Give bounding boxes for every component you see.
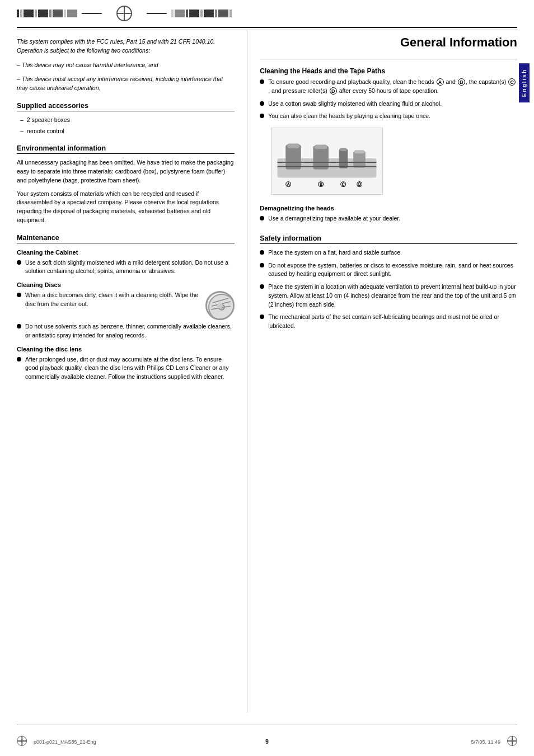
- cleaning-heads-bullet2: Use a cotton swab slightly moistened wit…: [260, 100, 517, 109]
- svg-rect-10: [339, 149, 348, 168]
- bar-block: [53, 10, 63, 17]
- top-bar-line: [82, 13, 102, 14]
- bar-block: [171, 10, 174, 17]
- maintenance-title: Maintenance: [17, 234, 235, 243]
- left-column: This system complies with the FCC rules,…: [17, 30, 247, 712]
- sidebar-english-label: English: [519, 63, 530, 102]
- svg-rect-8: [313, 145, 329, 169]
- environmental-para2: Your system consists of materials which …: [17, 190, 235, 225]
- bar-block: [35, 10, 37, 17]
- bar-block: [20, 10, 22, 17]
- bar-block: [175, 10, 185, 17]
- supplied-accessories-title: Supplied accessories: [17, 102, 235, 111]
- safety-title: Safety information: [260, 234, 517, 244]
- bottom-crosshair-right: [507, 736, 517, 746]
- cleaning-cabinet-title: Cleaning the Cabinet: [17, 249, 235, 256]
- safety-bullet4: The mechanical parts of the set contain …: [260, 313, 517, 331]
- svg-rect-6: [285, 145, 301, 170]
- bar-block: [24, 10, 34, 17]
- page-title: General Information: [260, 35, 517, 50]
- fcc-item2: – This device must accept any interferen…: [17, 75, 235, 93]
- demagnetizing-bullet: Use a demagnetizing tape available at yo…: [260, 214, 517, 223]
- bar-block: [49, 10, 51, 17]
- bullet-dot: [260, 314, 264, 319]
- right-column: General Information Cleaning the Heads a…: [247, 30, 517, 712]
- disc-image: [205, 291, 235, 320]
- footer-page-num: 9: [265, 739, 269, 745]
- bullet-dot: [260, 216, 264, 220]
- cleaning-heads-title: Cleaning the Heads and the Tape Paths: [260, 67, 517, 75]
- bottom-crosshair-left: [17, 736, 27, 746]
- cleaning-heads-bullet1: To ensure good recording and playback qu…: [260, 78, 517, 96]
- cleaning-discs-title: Cleaning Discs: [17, 281, 235, 288]
- svg-text:Ⓐ: Ⓐ: [285, 181, 292, 187]
- label-C: C: [508, 78, 516, 86]
- top-bar-right: [171, 10, 232, 17]
- bar-block: [67, 10, 77, 17]
- svg-rect-12: [353, 151, 366, 168]
- svg-text:Ⓓ: Ⓓ: [357, 181, 363, 187]
- bullet-dot: [17, 324, 21, 328]
- top-bar-left: [17, 10, 77, 17]
- bar-block: [186, 10, 188, 17]
- bar-block: [200, 10, 203, 17]
- bullet-dot: [260, 79, 264, 84]
- bullet-dot: [17, 357, 21, 361]
- accessory-item-2: remote control: [17, 127, 235, 136]
- label-B: B: [458, 78, 465, 86]
- cleaning-heads-bullet3: You can also clean the heads by playing …: [260, 112, 517, 121]
- bullet-dot: [260, 250, 264, 255]
- bullet-dot: [260, 263, 264, 267]
- bar-block: [189, 10, 199, 17]
- bullet-dot: [260, 114, 264, 118]
- fcc-item1: – This device may not cause harmful inte…: [17, 61, 235, 70]
- accessory-item-1: 2 speaker boxes: [17, 116, 235, 125]
- cleaning-cabinet-bullet: Use a soft cloth slightly moistened with…: [17, 259, 235, 276]
- footer-left: p001-p021_MAS85_21-Eng: [34, 739, 96, 745]
- fcc-text: This system complies with the FCC rules,…: [17, 37, 235, 55]
- crosshair-icon: [116, 6, 132, 21]
- svg-rect-9: [315, 145, 327, 149]
- svg-rect-11: [340, 148, 347, 151]
- bullet-dot: [260, 284, 264, 289]
- svg-rect-7: [287, 144, 299, 148]
- cleaning-disc-lens-title: Cleaning the disc lens: [17, 346, 235, 353]
- cleaning-discs-bullet1: When a disc becomes dirty, clean it with…: [17, 291, 201, 309]
- top-bar-line: [147, 13, 167, 14]
- tape-head-diagram: Ⓐ Ⓑ Ⓒ Ⓓ: [271, 128, 517, 196]
- bar-block: [64, 10, 66, 17]
- svg-text:Ⓒ: Ⓒ: [341, 181, 347, 187]
- safety-bullet1: Place the system on a flat, hard and sta…: [260, 248, 517, 257]
- environmental-title: Environmental information: [17, 144, 235, 154]
- demagnetizing-title: Demagnetizing the heads: [260, 205, 517, 212]
- bottom-line: [17, 725, 517, 725]
- page-title-area: General Information: [260, 30, 517, 59]
- footer-right: 5/7/05, 11:49: [471, 739, 500, 745]
- label-A: A: [437, 78, 444, 86]
- bar-block: [229, 10, 232, 17]
- bar-block: [17, 10, 19, 17]
- label-D: D: [330, 87, 337, 95]
- top-border: [17, 27, 517, 28]
- svg-point-0: [209, 294, 235, 320]
- safety-bullet3: Place the system in a location with adeq…: [260, 283, 517, 309]
- safety-bullet2: Do not expose the system, batteries or d…: [260, 261, 517, 279]
- bar-block: [215, 10, 217, 17]
- cleaning-discs-bullet2: Do not use solvents such as benzene, thi…: [17, 322, 235, 340]
- svg-rect-13: [354, 150, 364, 153]
- bullet-dot: [260, 101, 264, 106]
- bar-block: [204, 10, 214, 17]
- environmental-para1: All unnecessary packaging has been omitt…: [17, 158, 235, 185]
- bar-block: [218, 10, 228, 17]
- bar-block: [38, 10, 48, 17]
- cleaning-disc-lens-bullet: After prolonged use, dirt or dust may ac…: [17, 355, 235, 382]
- bullet-dot: [17, 293, 21, 297]
- bullet-dot: [17, 260, 21, 265]
- svg-text:Ⓑ: Ⓑ: [318, 181, 324, 187]
